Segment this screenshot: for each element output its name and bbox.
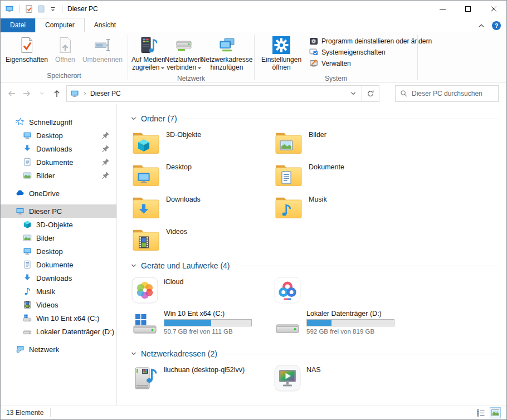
network-tile-nas[interactable]: NAS [274, 365, 417, 394]
videos-film-icon [23, 300, 32, 309]
this-pc-icon [70, 89, 79, 98]
sidebar-item-desktop[interactable]: Desktop [1, 245, 116, 258]
section-header-devices[interactable]: Geräte und Laufwerke (4) [130, 261, 499, 270]
sidebar-item-music[interactable]: Musik [1, 285, 116, 298]
new-folder-qat-icon[interactable] [37, 4, 46, 13]
downloads-icon [23, 274, 32, 282]
divider [236, 266, 499, 266]
properties-qat-icon[interactable] [25, 4, 33, 13]
recent-locations-button[interactable] [34, 86, 49, 101]
drive-capacity-bar [306, 319, 394, 326]
customize-qat-chevron-icon[interactable] [49, 5, 57, 13]
tab-view[interactable]: Ansicht [85, 18, 125, 32]
help-glyph: ? [495, 22, 499, 29]
status-bar: 13 Elemente [1, 405, 506, 419]
minimize-button[interactable] [430, 1, 455, 17]
sidebar-item-documents[interactable]: Dokumente [1, 258, 116, 271]
device-tile-drive-d[interactable]: Lokaler Datenträger (D:) 592 GB frei von… [274, 309, 417, 340]
section-header-network-locations[interactable]: Netzwerkadressen (2) [130, 349, 499, 358]
network-tile-media-server[interactable]: liuchuan (desktop-ql52lvv) [131, 365, 274, 394]
tab-computer[interactable]: Computer [35, 18, 85, 32]
explorer-window: Dieser PC Datei Computer Ansicht ? Eigen… [0, 0, 507, 420]
add-network-location-button[interactable]: Netzwerkadresse hinzufügen [203, 35, 251, 74]
close-button[interactable] [481, 1, 506, 17]
maximize-button[interactable] [455, 1, 481, 17]
details-view-button[interactable] [475, 407, 486, 418]
sidebar-item-this-pc[interactable]: Dieser PC [1, 204, 116, 218]
section-header-folders[interactable]: Ordner (7) [130, 114, 499, 123]
address-dropdown-button[interactable] [345, 86, 362, 101]
back-button[interactable] [4, 86, 19, 101]
ribbon-group-network: Auf Medien zugreifen Netzlaufwerk verbin… [128, 32, 254, 82]
open-icon [56, 36, 74, 54]
sidebar-item-onedrive[interactable]: OneDrive [1, 187, 116, 200]
chevron-down-icon [130, 350, 137, 357]
map-network-drive-button[interactable]: Netzlaufwerk verbinden [165, 35, 203, 74]
ribbon-group-label-network: Netzwerk [128, 74, 254, 85]
uninstall-program-button[interactable]: Programm deinstallieren oder ändern [309, 37, 432, 46]
sidebar-item-drive-c[interactable]: Win 10 Ent x64 (C:) [1, 311, 116, 325]
tab-file[interactable]: Datei [1, 18, 35, 32]
drive-name: Win 10 Ent x64 (C:) [164, 310, 252, 318]
help-button[interactable]: ? [492, 21, 501, 30]
folder-tile-3d-objects[interactable]: 3D-Objekte [131, 130, 274, 155]
chevron-down-icon [350, 90, 357, 97]
pictures-icon [23, 233, 32, 242]
up-button[interactable] [49, 86, 64, 101]
folder-tile-documents[interactable]: Dokumente [274, 162, 417, 188]
refresh-button[interactable] [362, 86, 379, 101]
breadcrumb[interactable]: Dieser PC [67, 89, 345, 98]
open-settings-button[interactable]: Einstellungen öffnen [258, 35, 305, 74]
device-tile-drive-c[interactable]: Win 10 Ent x64 (C:) 50.7 GB frei von 111… [131, 309, 274, 340]
ribbon-group-label-location: Speicherort [1, 71, 128, 82]
folder-tile-pictures[interactable]: Bilder [274, 130, 417, 155]
open-button[interactable]: Öffnen [50, 35, 81, 65]
sidebar-item-3d-objects[interactable]: 3D-Objekte [1, 218, 116, 231]
chevron-down-icon [39, 91, 45, 96]
rename-button[interactable]: Umbenennen [81, 35, 124, 65]
address-bar[interactable]: Dieser PC [66, 85, 379, 102]
divider [19, 5, 20, 13]
sidebar-item-downloads-pinned[interactable]: Downloads [1, 142, 116, 155]
pin-icon [101, 131, 110, 140]
sidebar-item-quick-access[interactable]: Schnellzugriff [1, 115, 116, 129]
forward-icon [22, 89, 31, 98]
sidebar-item-pictures-pinned[interactable]: Bilder [1, 169, 116, 182]
sidebar-item-videos[interactable]: Videos [1, 298, 116, 311]
sidebar-item-desktop-pinned[interactable]: Desktop [1, 129, 116, 142]
sidebar-item-network[interactable]: Netzwerk [1, 343, 116, 356]
dropdown-caret-icon [161, 67, 164, 71]
device-tile-netdisk[interactable] [274, 277, 417, 306]
folder-tile-music[interactable]: Musik [274, 194, 417, 220]
quick-access-toolbar [5, 4, 64, 13]
system-properties-button[interactable]: Systemeigenschaften [309, 48, 432, 57]
chevron-down-icon [130, 115, 137, 122]
sidebar-item-downloads[interactable]: Downloads [1, 271, 116, 285]
device-tile-icloud[interactable]: iCloud [131, 277, 274, 306]
media-server-icon [131, 365, 158, 392]
sidebar-item-pictures[interactable]: Bilder [1, 231, 116, 245]
netdisk-cloud-icon [274, 277, 301, 304]
drive-name: Lokaler Datenträger (D:) [306, 310, 394, 318]
windows-drive-icon [23, 314, 32, 323]
search-icon [400, 90, 408, 97]
folder-pictures-icon [274, 130, 303, 154]
sidebar-item-drive-d[interactable]: Lokaler Datenträger (D:) [1, 325, 116, 338]
folder-tile-videos[interactable]: Videos [131, 227, 274, 252]
settings-gear-icon [272, 36, 290, 54]
folder-tile-desktop[interactable]: Desktop [131, 162, 274, 188]
forward-button[interactable] [19, 86, 34, 101]
downloads-icon [23, 144, 32, 153]
access-media-button[interactable]: Auf Medien zugreifen [131, 35, 165, 74]
collapse-ribbon-icon[interactable] [477, 22, 485, 30]
manage-button[interactable]: Verwalten [309, 59, 432, 68]
search-input[interactable] [412, 90, 494, 97]
desktop-icon [23, 131, 32, 140]
dropdown-caret-icon [198, 67, 201, 71]
sidebar-item-documents-pinned[interactable]: Dokumente [1, 155, 116, 169]
properties-button[interactable]: Eigenschaften [4, 35, 50, 65]
folder-tile-downloads[interactable]: Downloads [131, 194, 274, 220]
large-icons-view-button[interactable] [490, 407, 501, 418]
details-view-icon [476, 408, 485, 417]
uninstall-program-icon [309, 37, 318, 46]
